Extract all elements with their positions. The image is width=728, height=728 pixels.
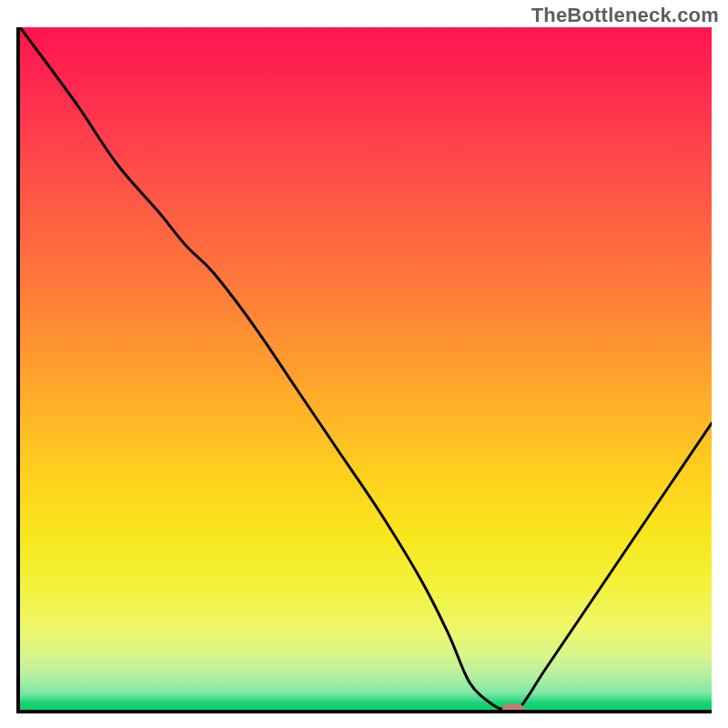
bottleneck-curve (20, 27, 712, 710)
curve-layer (20, 27, 712, 710)
minimum-marker (502, 704, 524, 713)
watermark-label: TheBottleneck.com (531, 4, 719, 27)
plot-area (16, 27, 712, 713)
chart-container: TheBottleneck.com (0, 0, 728, 728)
